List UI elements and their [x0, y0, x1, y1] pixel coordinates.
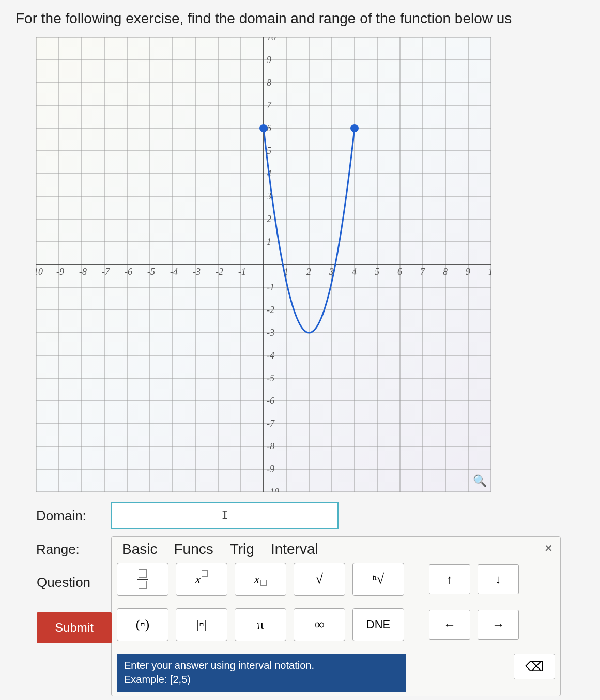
palette-footer: Enter your answer using interval notatio…	[117, 654, 555, 692]
svg-text:-7: -7	[267, 418, 275, 429]
svg-text:9: 9	[267, 55, 271, 65]
infinity-button[interactable]: ∞	[294, 608, 345, 641]
parentheses-button[interactable]: (▫)	[117, 608, 168, 641]
svg-text:-3: -3	[267, 328, 274, 338]
range-label: Range:	[36, 536, 111, 557]
svg-text:-9: -9	[267, 464, 274, 474]
tab-interval[interactable]: Interval	[271, 541, 318, 557]
svg-text:8: 8	[267, 77, 271, 88]
domain-input[interactable]: I	[111, 502, 339, 529]
svg-text:7: 7	[420, 267, 425, 277]
palette-row-1: x x √ ⁿ√ ↑ ↓	[117, 563, 519, 596]
svg-text:7: 7	[267, 100, 272, 111]
fraction-button[interactable]	[117, 563, 168, 596]
svg-text:2: 2	[267, 214, 271, 224]
hint-text: Enter your answer using interval notatio…	[117, 654, 406, 692]
svg-text:-5: -5	[267, 373, 274, 383]
svg-text:-8: -8	[79, 267, 87, 277]
domain-row: Domain: I	[36, 502, 584, 529]
svg-text:-6: -6	[125, 267, 132, 277]
right-arrow-button[interactable]: →	[478, 610, 519, 640]
svg-text:-2: -2	[216, 267, 223, 277]
svg-text:-10: -10	[267, 487, 279, 492]
svg-text:6: 6	[397, 267, 402, 277]
range-row: Range: ✕ Basic Funcs Trig Interval Quest…	[36, 536, 584, 696]
subscript-button[interactable]: x	[235, 563, 286, 596]
svg-text:-4: -4	[170, 267, 178, 277]
svg-text:-2: -2	[267, 305, 274, 315]
magnify-icon[interactable]: 🔍	[473, 474, 487, 488]
function-graph: 10-9-8-7-6-5-4-3-2-112345678910-10-9-8-7…	[36, 37, 491, 492]
tab-trig[interactable]: Trig	[230, 541, 254, 557]
domain-label: Domain:	[36, 508, 111, 524]
svg-text:10: 10	[488, 267, 491, 277]
svg-text:-3: -3	[193, 267, 201, 277]
graph-svg: 10-9-8-7-6-5-4-3-2-112345678910-10-9-8-7…	[36, 37, 491, 492]
svg-text:-6: -6	[267, 396, 274, 406]
superscript-button[interactable]: x	[176, 563, 227, 596]
svg-text:-7: -7	[102, 267, 110, 277]
math-palette: ✕ Basic Funcs Trig Interval Question x	[111, 536, 561, 696]
tab-funcs[interactable]: Funcs	[174, 541, 213, 557]
svg-text:-1: -1	[267, 282, 274, 292]
svg-point-85	[350, 124, 359, 132]
svg-text:-5: -5	[147, 267, 155, 277]
up-arrow-button[interactable]: ↑	[429, 564, 470, 594]
absolute-value-button[interactable]: |▫|	[176, 608, 227, 641]
dne-button[interactable]: DNE	[352, 608, 404, 641]
svg-text:10: 10	[36, 267, 43, 277]
svg-point-84	[259, 124, 268, 132]
svg-text:9: 9	[466, 267, 470, 277]
domain-cursor: I	[221, 509, 228, 522]
question-label: Question	[37, 574, 112, 590]
svg-text:-8: -8	[267, 441, 274, 452]
left-arrow-button[interactable]: ←	[429, 610, 470, 640]
svg-text:-9: -9	[56, 267, 64, 277]
answer-form: Domain: I Range: ✕ Basic Funcs Trig Inte…	[36, 502, 584, 696]
palette-row-2: (▫) |▫| π ∞ DNE ← →	[117, 608, 519, 641]
backspace-button[interactable]: ⌫	[514, 654, 555, 679]
svg-text:2: 2	[306, 267, 311, 277]
submit-button[interactable]: Submit	[37, 612, 112, 643]
exercise-prompt: For the following exercise, find the dom…	[16, 10, 584, 27]
tab-basic[interactable]: Basic	[122, 541, 157, 557]
nth-root-button[interactable]: ⁿ√	[352, 563, 404, 596]
down-arrow-button[interactable]: ↓	[478, 564, 519, 594]
close-icon[interactable]: ✕	[544, 542, 553, 554]
svg-text:8: 8	[443, 267, 448, 277]
svg-text:-1: -1	[238, 267, 246, 277]
svg-text:1: 1	[267, 237, 271, 247]
svg-text:-4: -4	[267, 350, 274, 361]
svg-text:5: 5	[375, 267, 379, 277]
svg-text:10: 10	[267, 37, 276, 42]
pi-button[interactable]: π	[235, 608, 286, 641]
sqrt-button[interactable]: √	[294, 563, 345, 596]
palette-tabs: Basic Funcs Trig Interval	[117, 541, 555, 557]
svg-text:3: 3	[266, 191, 271, 201]
svg-text:4: 4	[352, 267, 357, 277]
